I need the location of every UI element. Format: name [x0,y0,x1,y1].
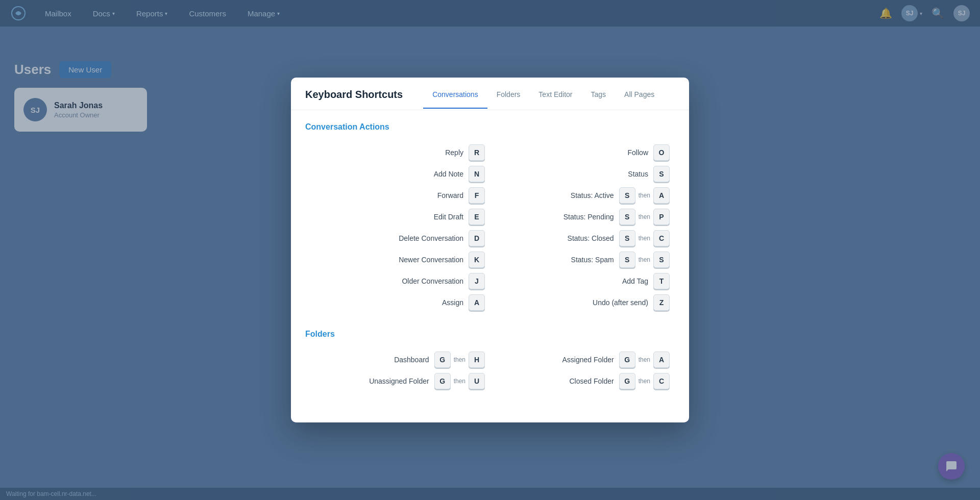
key-S: S [619,209,635,225]
then-label: then [639,378,650,385]
shortcut-newer-conv-keys: K [469,252,485,268]
shortcut-closed-folder: Closed Folder G then C [490,370,675,392]
shortcut-status-closed-label: Status: Closed [543,234,614,242]
key-G: G [434,373,451,389]
tab-conversations[interactable]: Conversations [423,90,487,109]
shortcut-older-conv-label: Older Conversation [392,277,463,285]
shortcut-status-spam-label: Status: Spam [543,256,614,264]
shortcut-add-note-label: Add Note [392,170,463,178]
key-G: G [619,352,635,368]
shortcut-assign-keys: A [469,294,485,311]
key-S: S [619,230,635,246]
shortcut-assign-label: Assign [392,298,463,307]
shortcut-delete-conv-label: Delete Conversation [392,234,463,242]
modal-title: Keyboard Shortcuts [305,89,403,110]
shortcut-dashboard-label: Dashboard [358,356,429,364]
shortcut-reply-keys: R [469,144,485,161]
shortcut-follow: Follow O [490,142,675,163]
then-label: then [454,378,465,385]
shortcut-undo-keys: Z [653,294,670,311]
key-O: O [653,144,670,161]
shortcut-reply-label: Reply [392,148,463,157]
shortcut-add-tag-label: Add Tag [577,277,648,285]
shortcut-edit-draft: Edit Draft E [305,206,490,228]
key-A: A [469,294,485,311]
key-T: T [653,273,670,289]
shortcut-closed-folder-keys: G then C [619,373,670,389]
then-label: then [454,356,465,363]
shortcut-unassigned-folder-label: Unassigned Folder [358,377,429,385]
shortcut-assign: Assign A [305,292,490,313]
shortcut-delete-conv-keys: D [469,230,485,246]
key-C: C [653,230,670,246]
key-J: J [469,273,485,289]
shortcut-assigned-folder-keys: G then A [619,352,670,368]
shortcut-dashboard-keys: G then H [434,352,485,368]
folders-shortcuts-grid: Dashboard G then H Unassigned Folder G t… [305,349,675,392]
shortcut-assigned-folder: Assigned Folder G then A [490,349,675,370]
then-label: then [639,192,650,199]
shortcut-follow-label: Follow [577,148,648,157]
key-P: P [653,209,670,225]
key-G: G [619,373,635,389]
key-Z: Z [653,294,670,311]
modal-tabs: Conversations Folders Text Editor Tags A… [423,90,675,109]
key-H: H [469,352,485,368]
shortcut-add-note-keys: N [469,166,485,182]
shortcut-status-spam-keys: S then S [619,252,670,268]
shortcut-follow-keys: O [653,144,670,161]
shortcut-unassigned-folder-keys: G then U [434,373,485,389]
key-S: S [619,252,635,268]
key-D: D [469,230,485,246]
conversations-shortcuts-grid: Reply R Add Note N Forward [305,142,675,313]
shortcut-newer-conv-label: Newer Conversation [392,256,463,264]
shortcut-forward-label: Forward [392,191,463,199]
shortcut-add-tag: Add Tag T [490,270,675,292]
key-K: K [469,252,485,268]
shortcut-reply: Reply R [305,142,490,163]
key-S: S [619,187,635,204]
shortcut-dashboard: Dashboard G then H [305,349,490,370]
shortcut-older-conv-keys: J [469,273,485,289]
shortcut-unassigned-folder: Unassigned Folder G then U [305,370,490,392]
then-label: then [639,356,650,363]
folders-left: Dashboard G then H Unassigned Folder G t… [305,349,490,392]
tab-folders[interactable]: Folders [487,90,530,109]
then-label: then [639,256,650,263]
shortcut-status-spam: Status: Spam S then S [490,249,675,270]
key-U: U [469,373,485,389]
shortcut-status-pending: Status: Pending S then P [490,206,675,228]
tab-tags[interactable]: Tags [581,90,615,109]
then-label: then [639,213,650,220]
folders-section-title: Folders [305,330,675,339]
key-G: G [434,352,451,368]
key-S2: S [653,252,670,268]
shortcut-forward: Forward F [305,185,490,206]
shortcut-edit-draft-label: Edit Draft [392,213,463,221]
shortcut-status: Status S [490,163,675,185]
shortcut-status-closed: Status: Closed S then C [490,228,675,249]
key-S: S [653,166,670,182]
shortcut-status-pending-keys: S then P [619,209,670,225]
key-F: F [469,187,485,204]
key-A: A [653,352,670,368]
conversations-section-title: Conversation Actions [305,122,675,132]
shortcut-newer-conv: Newer Conversation K [305,249,490,270]
tab-text-editor[interactable]: Text Editor [529,90,581,109]
modal-overlay[interactable]: Keyboard Shortcuts Conversations Folders… [0,0,980,500]
key-N: N [469,166,485,182]
shortcut-closed-folder-label: Closed Folder [543,377,614,385]
shortcut-status-label: Status [577,170,648,178]
folders-right: Assigned Folder G then A Closed Folder G… [490,349,675,392]
modal-header: Keyboard Shortcuts Conversations Folders… [291,78,689,110]
shortcut-status-pending-label: Status: Pending [543,213,614,221]
shortcut-status-active: Status: Active S then A [490,185,675,206]
shortcut-older-conv: Older Conversation J [305,270,490,292]
shortcut-status-active-label: Status: Active [543,191,614,199]
shortcut-assigned-folder-label: Assigned Folder [543,356,614,364]
key-C: C [653,373,670,389]
shortcut-add-tag-keys: T [653,273,670,289]
tab-all-pages[interactable]: All Pages [615,90,664,109]
shortcut-delete-conv: Delete Conversation D [305,228,490,249]
then-label: then [639,235,650,242]
